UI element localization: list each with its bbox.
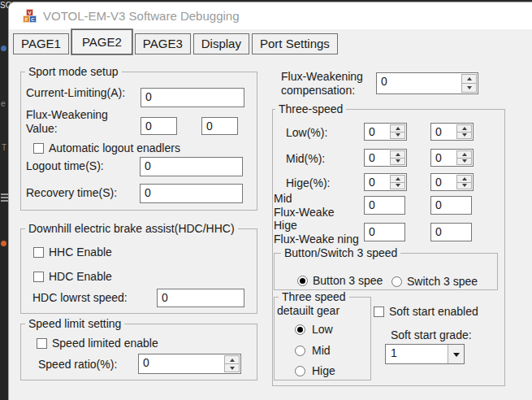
tab-display[interactable]: Display xyxy=(193,33,249,54)
hige-flux-weake-label: Hige Flux-Weake ning xyxy=(274,219,359,246)
mid-spinner-1[interactable]: 0 xyxy=(364,149,407,167)
sport-mode-group-title: Sport mode setup xyxy=(25,65,122,78)
flux-weakening-input-2[interactable]: 0 xyxy=(201,117,238,135)
tab-page1[interactable]: PAGE1 xyxy=(13,33,69,54)
spin-down-button[interactable] xyxy=(457,133,471,139)
speed-limit-group-title: Speed limit setting xyxy=(25,317,124,330)
default-gear-group-title-line1: Three speed xyxy=(279,290,349,303)
spin-down-button[interactable] xyxy=(457,183,471,189)
spin-up-button[interactable] xyxy=(391,176,404,183)
spin-up-button[interactable] xyxy=(457,151,471,159)
low-spinner-2[interactable]: 0 xyxy=(430,123,474,141)
flux-weakening-input-1[interactable]: 0 xyxy=(141,117,177,135)
spin-up-button[interactable] xyxy=(391,125,404,133)
spin-down-button[interactable] xyxy=(462,84,476,92)
switch-3-speed-label: Switch 3 spee xyxy=(407,275,478,288)
background-text-fragment: T xyxy=(2,143,6,152)
hige-percent-label: Hige(%): xyxy=(286,176,330,189)
hige-flux-weake-input-2[interactable]: 0 xyxy=(430,223,472,241)
hdc-lowrst-speed-label: HDC lowrst speed: xyxy=(32,291,128,304)
spin-down-button[interactable] xyxy=(225,364,239,372)
gear-hige-radio[interactable] xyxy=(295,366,305,376)
flux-weakening-value-label: Flux-Weakening Value: xyxy=(26,108,108,136)
mid-flux-weake-input-2[interactable]: 0 xyxy=(430,196,472,215)
speed-ratio-spinner[interactable]: 0 xyxy=(138,354,241,374)
speed-ratio-label: Speed ratio(%): xyxy=(38,358,117,371)
spin-up-button[interactable] xyxy=(457,176,471,183)
soft-start-grade-label: Soft start grade: xyxy=(391,328,472,341)
spin-up-button[interactable] xyxy=(457,125,471,133)
soft-start-grade-dropdown[interactable]: 1 xyxy=(385,344,465,364)
recovery-time-input[interactable]: 0 xyxy=(140,184,243,203)
gear-mid-label: Mid xyxy=(312,344,331,357)
gear-mid-radio[interactable] xyxy=(295,346,305,356)
flux-compensation-label: Flux-Weakening compensation: xyxy=(281,70,363,98)
hdc-hhc-group-title: Downhill electric brake assist(HDC/HHC) xyxy=(25,222,238,235)
hdc-enable-checkbox[interactable] xyxy=(33,272,44,282)
gear-hige-label: Hige xyxy=(312,364,335,377)
hige-spinner-2[interactable]: 0 xyxy=(430,173,474,191)
speed-limited-enable-label: Speed limited enable xyxy=(52,337,158,350)
mid-percent-label: Mid(%): xyxy=(286,152,325,165)
hige-flux-weake-input-1[interactable]: 0 xyxy=(364,223,405,241)
mid-spinner-2[interactable]: 0 xyxy=(430,149,474,167)
button-3-speed-label: Button 3 spee xyxy=(313,274,383,287)
recovery-time-label: Recovery time(S): xyxy=(26,186,117,199)
tab-page3[interactable]: PAGE3 xyxy=(135,33,191,54)
hhc-enable-checkbox[interactable] xyxy=(33,247,44,258)
spin-down-button[interactable] xyxy=(391,183,404,189)
gear-low-label: Low xyxy=(312,323,333,336)
tab-page2[interactable]: PAGE2 xyxy=(71,29,132,54)
soft-start-enabled-label: Soft start enabled xyxy=(389,305,478,318)
logout-time-label: Logout time(S): xyxy=(26,159,104,172)
button-switch-group-title: Button/Switch 3 speed xyxy=(281,246,400,259)
default-gear-group-title-line2: detauilt gear xyxy=(277,304,340,317)
window-title: VOTOL-EM-V3 Software Debugging xyxy=(43,9,240,23)
hhc-enable-label: HHC Enable xyxy=(49,246,112,259)
mid-flux-weake-label: Mid Flux-Weake xyxy=(274,192,334,220)
current-limiting-label: Current-Limiting(A): xyxy=(26,86,125,99)
hige-spinner-1[interactable]: 0 xyxy=(364,173,407,191)
background-orange-dot xyxy=(1,241,6,246)
background-blue-dot xyxy=(1,46,6,51)
button-3-speed-radio[interactable] xyxy=(297,276,308,286)
dropdown-arrow-icon[interactable] xyxy=(448,345,464,363)
spin-up-button[interactable] xyxy=(462,75,476,84)
three-speed-group-title: Three-speed xyxy=(275,102,346,115)
title-bar: V F C VOTOL-EM-V3 Software Debugging xyxy=(9,2,532,29)
icon-block-blue: C xyxy=(29,15,37,23)
flux-compensation-value[interactable]: 0 xyxy=(377,73,461,93)
speed-limited-enable-checkbox[interactable] xyxy=(37,338,47,349)
background-menu-icon xyxy=(1,193,8,195)
app-blocks-icon: V F C xyxy=(23,9,37,24)
spin-up-button[interactable] xyxy=(391,151,404,159)
tab-port-settings[interactable]: Port Settings xyxy=(252,33,338,54)
tab-bar: PAGE1 PAGE2 PAGE3 Display Port Settings xyxy=(11,31,338,54)
background-text-fragment: e xyxy=(1,99,6,108)
soft-start-enabled-checkbox[interactable] xyxy=(374,307,384,317)
hdc-lowrst-speed-input[interactable]: 0 xyxy=(157,289,244,307)
logout-time-input[interactable]: 0 xyxy=(140,157,243,176)
current-limiting-input[interactable]: 0 xyxy=(141,88,244,107)
spin-down-button[interactable] xyxy=(457,159,471,165)
hdc-enable-label: HDC Enable xyxy=(49,270,112,283)
spin-down-button[interactable] xyxy=(391,133,404,139)
low-percent-label: Low(%): xyxy=(286,126,327,139)
soft-start-grade-value[interactable]: 1 xyxy=(386,345,448,363)
spin-up-button[interactable] xyxy=(225,356,239,364)
automatic-logout-label: Automatic logout enadlers xyxy=(49,141,180,154)
switch-3-speed-radio[interactable] xyxy=(391,276,402,287)
low-spinner-1[interactable]: 0 xyxy=(364,123,407,141)
speed-ratio-value[interactable]: 0 xyxy=(139,354,223,373)
gear-low-radio[interactable] xyxy=(295,324,305,335)
automatic-logout-checkbox[interactable] xyxy=(33,143,44,154)
flux-compensation-spinner[interactable]: 0 xyxy=(376,72,478,94)
spin-down-button[interactable] xyxy=(391,159,404,165)
mid-flux-weake-input-1[interactable]: 0 xyxy=(364,196,405,215)
